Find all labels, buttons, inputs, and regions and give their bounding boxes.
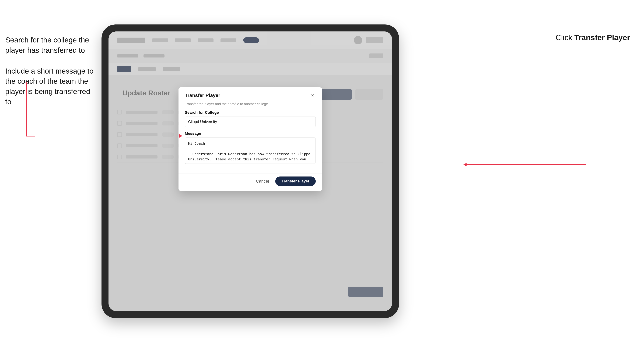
modal-dialog: Transfer Player × Transfer the player an… <box>178 87 322 191</box>
message-textarea[interactable]: Hi Coach, I understand Chris Robertson h… <box>185 138 316 164</box>
annotation-left: Search for the college the player has tr… <box>5 35 96 107</box>
annotation-text-2: Include a short message to the coach of … <box>5 66 96 107</box>
bracket-line-h-top <box>26 82 35 82</box>
modal-footer: Cancel Transfer Player <box>178 173 322 191</box>
tablet-screen: Update Roster <box>108 31 392 311</box>
modal-close-button[interactable]: × <box>310 92 316 99</box>
modal-title: Transfer Player <box>185 93 220 98</box>
modal-subtitle: Transfer the player and their profile to… <box>185 102 316 106</box>
search-for-college-label: Search for College <box>185 110 316 115</box>
bracket-line-vertical <box>26 82 27 136</box>
bracket-arrow-horizontal <box>35 136 182 136</box>
annotation-right-prefix: Click <box>556 33 574 42</box>
cancel-button[interactable]: Cancel <box>253 177 272 185</box>
bracket-line-h-bottom <box>26 136 35 137</box>
modal-header: Transfer Player × <box>178 87 322 102</box>
annotation-right: Click Transfer Player <box>556 33 630 42</box>
annotation-right-bold: Transfer Player <box>574 33 630 42</box>
tablet-frame: Update Roster <box>102 24 399 318</box>
right-arrow-vertical <box>586 44 586 165</box>
search-for-college-input[interactable] <box>185 117 316 127</box>
modal-body: Transfer the player and their profile to… <box>178 102 322 173</box>
right-arrow-horizontal <box>464 164 586 165</box>
transfer-player-button[interactable]: Transfer Player <box>275 176 316 186</box>
message-label: Message <box>185 131 316 136</box>
annotation-text-1: Search for the college the player has tr… <box>5 35 96 56</box>
